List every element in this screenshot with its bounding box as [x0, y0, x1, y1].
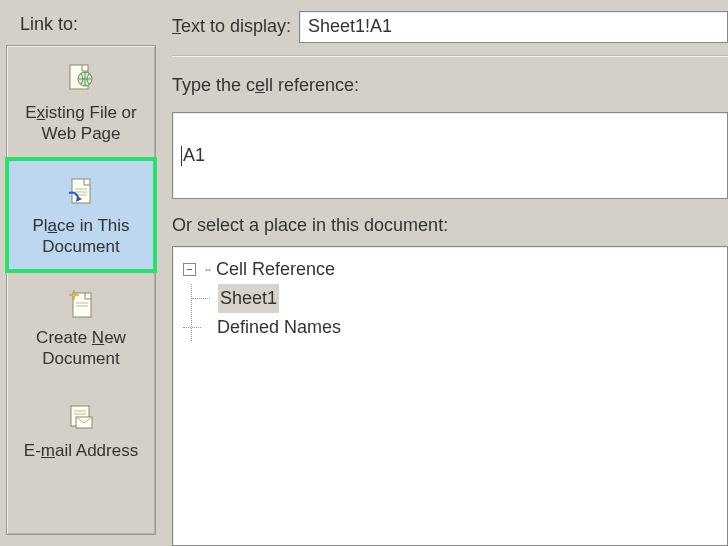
tree-node-cell-reference[interactable]: − ·· Cell Reference: [183, 255, 717, 284]
sidebar-item-create-new[interactable]: Create New Document: [7, 271, 155, 384]
tree-label: Defined Names: [217, 313, 341, 342]
tree-children: Sheet1 Defined Names: [191, 284, 717, 342]
sidebar-items: Existing File or Web Page Place in This: [6, 45, 156, 535]
sidebar-item-label: Existing File or Web Page: [13, 102, 149, 145]
place-doc-icon: [64, 175, 98, 209]
sidebar-item-email[interactable]: E-mail Address: [7, 384, 155, 475]
text-to-display-label: Text to display:: [172, 10, 291, 43]
text-to-display-input[interactable]: [299, 11, 728, 43]
place-select-label: Or select a place in this document:: [172, 209, 728, 236]
sidebar-item-existing-file[interactable]: Existing File or Web Page: [7, 46, 155, 159]
file-web-icon: [64, 62, 98, 96]
tree-label: Sheet1: [218, 284, 279, 313]
cell-reference-value: A1: [183, 145, 205, 166]
tree-node-sheet1[interactable]: Sheet1: [192, 284, 717, 313]
main-panel: Text to display: Type the cell reference…: [156, 6, 728, 546]
cell-reference-label: Type the cell reference:: [172, 69, 728, 102]
tree-connector-icon: [183, 315, 213, 339]
link-to-sidebar: Link to: Existing File or Web Page: [6, 6, 156, 546]
svg-rect-7: [73, 293, 91, 317]
cell-reference-input[interactable]: A1: [172, 112, 728, 199]
new-doc-icon: [64, 287, 98, 321]
text-to-display-row: Text to display:: [172, 10, 728, 43]
tree-label: Cell Reference: [216, 255, 335, 284]
email-icon: [64, 400, 98, 434]
document-tree[interactable]: − ·· Cell Reference Sheet1 Defined Names: [172, 246, 728, 546]
sidebar-title: Link to:: [6, 6, 156, 45]
text-cursor: [181, 146, 182, 166]
sidebar-item-label: Place in This Document: [13, 215, 149, 258]
sidebar-item-place-in-document[interactable]: Place in This Document: [7, 159, 155, 272]
collapse-icon[interactable]: −: [183, 263, 196, 276]
divider: [172, 55, 728, 57]
sidebar-item-label: Create New Document: [13, 327, 149, 370]
dialog-root: Link to: Existing File or Web Page: [0, 0, 728, 546]
sidebar-item-label: E-mail Address: [24, 440, 138, 461]
tree-node-defined-names[interactable]: Defined Names: [183, 313, 717, 342]
tree-connector-icon: [192, 286, 214, 310]
